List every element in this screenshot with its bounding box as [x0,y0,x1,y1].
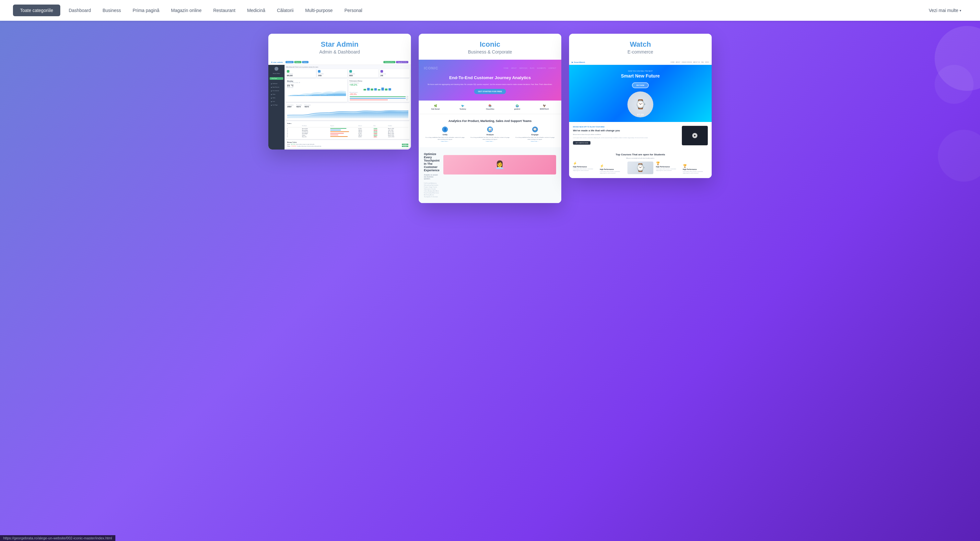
watch-courses-image: ⌚ [627,161,653,174]
iconic-header: Iconic Business & Corporate [419,34,561,60]
nav-personal[interactable]: Personal [339,5,368,16]
svg-rect-12 [381,88,384,91]
watch-hero-title: Smart New Future [573,73,708,79]
watch-card[interactable]: Watch E-commerce ▶ SmartWatch HOME ABOUT… [569,34,712,178]
iconic-hero-sub: No hours sank into aggregating and clean… [424,83,556,86]
iconic-title: Iconic [424,40,556,49]
status-bar: https://georgebrata.ro/alege-un-website/… [0,535,115,541]
svg-rect-11 [377,89,380,91]
svg-text:⛅: ⛅ [305,95,305,96]
nav-medicina[interactable]: Medicină [241,5,271,16]
sa-logo: ★ star admin [271,61,283,63]
watch-hero-tagline: NOW YOU CAN FEEL THE NEXT [573,70,708,72]
nav-more[interactable]: Vezi mai multe ▾ [923,5,967,16]
nav-dashboard[interactable]: Dashboard [63,5,97,16]
navbar: Toate categoriile Dashboard Business Pri… [0,0,980,21]
sa-tab-schedule: Schedule [285,61,294,63]
iconic-optimize-section: Optimize Every Touchpoint In The Custome… [419,147,561,203]
watch-courses-section: Top Courses That are open for Students W… [569,149,712,178]
sa-tab-teams: Teams [302,61,309,63]
templates-grid: Star Admin Admin & Dashboard ★ star admi… [0,21,980,216]
watch-life-title: We've made a life that will change you [573,129,679,132]
iconic-feature-unify: 👤 Unify It is a long established fact th… [424,126,466,142]
iconic-card[interactable]: Iconic Business & Corporate ICONIC HOME … [419,34,561,203]
nav-more-label: Vezi mai multe [929,8,958,13]
sa-new-project: + New Project [270,77,283,80]
iconic-subtitle: Business & Corporate [424,49,556,54]
iconic-feature-analyze: 📊 Analyze It is a long established fact … [469,126,511,142]
sa-menu-dashboard: Dashboard [270,82,283,85]
iconic-optimize-title: Optimize Every Touchpoint In The Custome… [424,152,439,172]
sa-menu-form: Form elements [270,89,283,92]
iconic-person-image: 👩‍💼 [443,155,556,174]
sa-menu-charts: Charts [270,93,283,96]
iconic-logos: 🌿Oak Dental 🐦Tambrey 📚ClassAtlas 🌍geobir… [419,101,561,114]
nav-prima-pagina[interactable]: Prima pagină [127,5,165,16]
watch-logo: ▶ SmartWatch [572,61,585,63]
sa-btn-upgrade: Upgrade To Pro [396,61,408,63]
svg-text:⛅: ⛅ [320,95,320,96]
watch-get-started: GET STARTED NOW [573,141,590,145]
star-admin-preview: ★ star admin Schedule Reports Teams Down… [268,60,411,150]
sa-performance-card: Performance History The best performance… [348,79,410,102]
watch-courses-title: Top Courses That are open for Students [573,153,708,156]
watch-hero: NOW YOU CAN FEEL THE NEXT Smart New Futu… [569,65,712,122]
watch-play-icon: ▶ [692,133,697,138]
nav-magazin-online[interactable]: Magazin online [165,5,207,16]
watch-cta: BUY NOW [632,82,649,88]
svg-text:☀: ☀ [298,95,298,96]
svg-rect-9 [371,89,373,91]
sa-menu-tables: Tables [270,97,283,99]
sa-menu-basic: Basic Elements [270,86,283,89]
iconic-analytics-section: Analytics For Product, Marketing, Sales … [419,114,561,147]
svg-rect-10 [374,88,377,91]
watch-courses-sub: Why are constantly look with also friend… [573,157,708,159]
sa-tab-reports: Reports [294,61,301,63]
iconic-section-title: Analytics For Product, Marketing, Sales … [424,120,556,123]
iconic-hero: ICONIC HOME ABOUT SERVICES BLOG ELEMENTS… [419,60,561,101]
sa-avatar [275,67,278,71]
sa-orders-card: Orders # First Name Progress Amount Sale… [286,121,410,139]
sa-weather-card: Monday 21 October 2019, London, UK 21 °C… [286,79,347,102]
svg-rect-14 [388,88,391,91]
sa-menu-icons: Icons [270,100,283,103]
svg-rect-8 [367,88,369,91]
nav-restaurant[interactable]: Restaurant [207,5,241,16]
watch-title: Watch [574,40,706,49]
nav-business[interactable]: Business [97,5,127,16]
nav-multi-purpose[interactable]: Multi-purpose [299,5,339,16]
star-admin-card[interactable]: Star Admin Admin & Dashboard ★ star admi… [268,34,411,150]
chevron-down-icon: ▾ [959,9,961,12]
iconic-preview: ICONIC HOME ABOUT SERVICES BLOG ELEMENTS… [419,60,561,203]
sa-menu-pages: User Pages [270,104,283,106]
svg-text:☀: ☀ [334,95,335,96]
iconic-features: 👤 Unify It is a long established fact th… [424,126,556,142]
nav-all-categories[interactable]: Toate categoriile [13,5,60,16]
svg-rect-13 [385,89,387,91]
star-admin-header: Star Admin Admin & Dashboard [268,34,411,60]
watch-header: Watch E-commerce [569,34,712,60]
watch-video-thumbnail: ▶ [682,126,708,145]
star-admin-subtitle: Admin & Dashboard [274,49,406,54]
watch-subtitle: E-commerce [574,49,706,54]
sa-sidebar: Richard's Wakon + New Project Dashboard … [268,65,285,150]
status-url: https://georgebrata.ro/alege-un-website/… [3,536,112,540]
nav-calatorii[interactable]: Călatorii [271,5,299,16]
sa-btn-free: Download Free [383,61,395,63]
iconic-cta-button[interactable]: GET STARTED FOR FREE [474,89,506,94]
svg-text:☁: ☁ [312,95,313,96]
svg-rect-7 [363,89,366,91]
watch-nav: ▶ SmartWatch HOME ABOUT UNIQUE DESIGN AB… [569,60,712,65]
svg-text:☀: ☀ [290,95,291,96]
sa-main: Hello, Amanda! Check out our premium ver… [285,65,411,150]
watch-life-section: BRAND NEW APP TO BLOW YOUR MIND We've ma… [569,122,712,149]
iconic-hero-title: End-To-End Customer Journey Analytics [424,75,556,81]
star-admin-title: Star Admin [274,40,406,49]
watch-preview: ▶ SmartWatch HOME ABOUT UNIQUE DESIGN AB… [569,60,712,178]
sa-visitors-card: Unique Visitors 34957 Bounce Rate 40373 … [286,103,410,120]
iconic-feature-engage: 💬 Engage It is a long established fact t… [514,126,556,142]
svg-text:☀: ☀ [327,95,328,96]
